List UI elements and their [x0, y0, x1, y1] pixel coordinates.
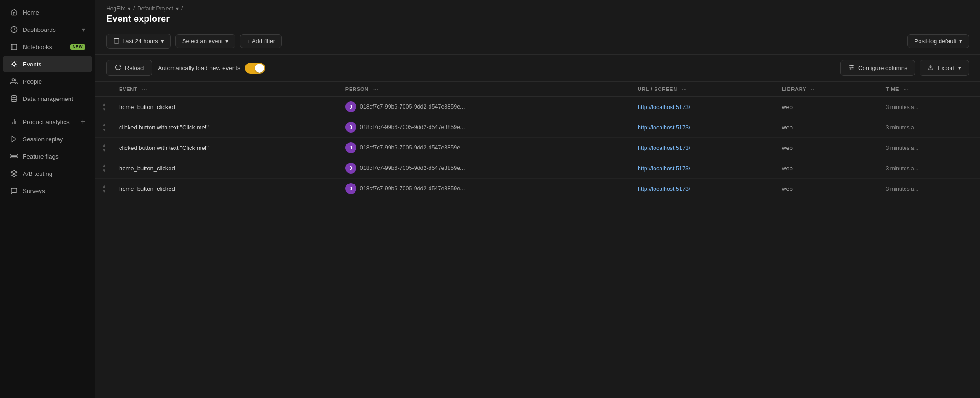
- time-value: 3 minutes a...: [886, 145, 919, 151]
- breadcrumb-project-chevron[interactable]: ▾: [128, 5, 130, 12]
- col-menu-icon[interactable]: ···: [811, 86, 816, 92]
- avatar: 0: [345, 122, 356, 133]
- svg-point-21: [850, 68, 851, 69]
- sidebar-item-label: Surveys: [23, 188, 85, 194]
- sidebar-item-data-management[interactable]: Data management: [3, 90, 92, 107]
- avatar: 0: [345, 142, 356, 153]
- url-value[interactable]: http://localhost:5173/: [638, 124, 690, 131]
- sidebar-item-surveys[interactable]: Surveys: [3, 183, 92, 199]
- event-filter-button[interactable]: Select an event ▾: [175, 34, 236, 48]
- ab-icon: [10, 169, 18, 178]
- add-filter-button[interactable]: + Add filter: [240, 34, 282, 48]
- url-value[interactable]: http://localhost:5173/: [638, 104, 690, 110]
- url-cell: http://localhost:5173/: [631, 138, 775, 158]
- destination-button[interactable]: PostHog default ▾: [907, 34, 969, 48]
- sidebar-item-label: Feature flags: [23, 153, 85, 160]
- url-value[interactable]: http://localhost:5173/: [638, 165, 690, 172]
- breadcrumb: HogFlix ▾ / Default Project ▾ /: [106, 5, 969, 12]
- event-filter-chevron: ▾: [225, 38, 229, 45]
- svg-marker-9: [12, 136, 16, 142]
- col-menu-icon[interactable]: ···: [142, 86, 147, 92]
- person-id[interactable]: 018cf7c7-99b6-7005-9dd2-d547e8859e...: [360, 124, 465, 130]
- library-value: web: [782, 165, 793, 172]
- table-row[interactable]: ▲ ▼ clicked button with text "Click me!"…: [95, 117, 980, 138]
- event-name-cell: clicked button with text "Click me!": [113, 138, 339, 158]
- row-expander[interactable]: ▲ ▼: [102, 184, 106, 194]
- sidebar-item-product-analytics[interactable]: Product analytics +: [3, 114, 92, 130]
- col-menu-icon[interactable]: ···: [682, 86, 687, 92]
- svg-point-4: [12, 79, 14, 81]
- col-menu-icon[interactable]: ···: [373, 86, 379, 92]
- row-expander-cell: ▲ ▼: [95, 179, 113, 199]
- auto-load-toggle[interactable]: [245, 63, 265, 74]
- sidebar-item-label: Product analytics: [23, 119, 76, 125]
- url-cell: http://localhost:5173/: [631, 117, 775, 138]
- dashboard-icon: [10, 25, 18, 34]
- person-id[interactable]: 018cf7c7-99b6-7005-9dd2-d547e8859e...: [360, 165, 465, 171]
- reload-button[interactable]: Reload: [106, 60, 152, 76]
- library-cell: web: [775, 97, 880, 117]
- event-name: clicked button with text "Click me!": [119, 124, 209, 131]
- sidebar-item-label: Notebooks: [23, 44, 66, 50]
- export-label: Export: [937, 65, 955, 71]
- svg-rect-1: [11, 44, 17, 50]
- breadcrumb-project[interactable]: HogFlix: [106, 5, 125, 12]
- sidebar-item-label: Data management: [23, 95, 85, 102]
- auto-load-label: Automatically load new events: [158, 65, 240, 71]
- col-expander: [95, 82, 113, 97]
- calendar-icon: [113, 37, 120, 45]
- data-management-icon: [10, 95, 18, 103]
- sidebar-divider: [5, 110, 90, 110]
- row-expander[interactable]: ▲ ▼: [102, 123, 106, 132]
- sidebar-item-ab-testing[interactable]: A/B testing: [3, 165, 92, 182]
- event-name: home_button_clicked: [119, 165, 175, 172]
- date-filter-button[interactable]: Last 24 hours ▾: [106, 34, 171, 49]
- col-menu-icon[interactable]: ···: [904, 86, 909, 92]
- sidebar-item-home[interactable]: Home: [3, 4, 92, 20]
- page-header: HogFlix ▾ / Default Project ▾ / Event ex…: [95, 0, 980, 28]
- table-row[interactable]: ▲ ▼ home_button_clicked 0 018cf7c7-99b6-…: [95, 158, 980, 179]
- avatar: 0: [345, 163, 356, 174]
- person-id[interactable]: 018cf7c7-99b6-7005-9dd2-d547e8859e...: [360, 144, 465, 151]
- url-value[interactable]: http://localhost:5173/: [638, 186, 690, 192]
- person-cell: 0 018cf7c7-99b6-7005-9dd2-d547e8859e...: [339, 117, 631, 138]
- action-right-buttons: Configure columns Export ▾: [840, 60, 969, 76]
- toolbar: Last 24 hours ▾ Select an event ▾ + Add …: [95, 28, 980, 55]
- sidebar-item-label: A/B testing: [23, 170, 85, 177]
- table-row[interactable]: ▲ ▼ home_button_clicked 0 018cf7c7-99b6-…: [95, 179, 980, 199]
- plus-icon[interactable]: +: [81, 118, 85, 126]
- configure-columns-button[interactable]: Configure columns: [840, 60, 915, 76]
- breadcrumb-dp-chevron[interactable]: ▾: [176, 5, 179, 12]
- export-button[interactable]: Export ▾: [920, 60, 969, 76]
- row-expander[interactable]: ▲ ▼: [102, 102, 106, 112]
- sidebar-item-events[interactable]: Events: [3, 56, 92, 72]
- sidebar-item-dashboards[interactable]: Dashboards ▾: [3, 21, 92, 38]
- surveys-icon: [10, 187, 18, 195]
- event-name-cell: home_button_clicked: [113, 158, 339, 179]
- sidebar-item-feature-flags[interactable]: Feature flags: [3, 148, 92, 164]
- events-table: EVENT ··· PERSON ··· URL / SCREEN ··· LI…: [95, 82, 980, 199]
- svg-point-5: [11, 95, 17, 97]
- sidebar-item-label: Dashboards: [23, 26, 77, 33]
- person-cell: 0 018cf7c7-99b6-7005-9dd2-d547e8859e...: [339, 138, 631, 158]
- person-id[interactable]: 018cf7c7-99b6-7005-9dd2-d547e8859e...: [360, 104, 465, 110]
- breadcrumb-sep1: /: [133, 5, 135, 12]
- sidebar: Home Dashboards ▾ Notebooks NEW Events P…: [0, 0, 95, 398]
- sidebar-item-notebooks[interactable]: Notebooks NEW: [3, 39, 92, 55]
- sidebar-item-people[interactable]: People: [3, 73, 92, 90]
- svg-point-3: [13, 63, 16, 66]
- breadcrumb-sep2: /: [181, 5, 183, 12]
- person-id[interactable]: 018cf7c7-99b6-7005-9dd2-d547e8859e...: [360, 185, 465, 192]
- url-value[interactable]: http://localhost:5173/: [638, 145, 690, 151]
- row-expander[interactable]: ▲ ▼: [102, 164, 106, 173]
- table-row[interactable]: ▲ ▼ home_button_clicked 0 018cf7c7-99b6-…: [95, 97, 980, 117]
- person-cell: 0 018cf7c7-99b6-7005-9dd2-d547e8859e...: [339, 97, 631, 117]
- time-cell: 3 minutes a...: [880, 179, 980, 199]
- table-row[interactable]: ▲ ▼ clicked button with text "Click me!"…: [95, 138, 980, 158]
- analytics-icon: [10, 118, 18, 126]
- sidebar-item-session-replay[interactable]: Session replay: [3, 131, 92, 147]
- destination-selector: PostHog default ▾: [907, 34, 969, 48]
- row-expander[interactable]: ▲ ▼: [102, 143, 106, 153]
- breadcrumb-default-project[interactable]: Default Project: [137, 5, 173, 12]
- events-table-container: EVENT ··· PERSON ··· URL / SCREEN ··· LI…: [95, 82, 980, 398]
